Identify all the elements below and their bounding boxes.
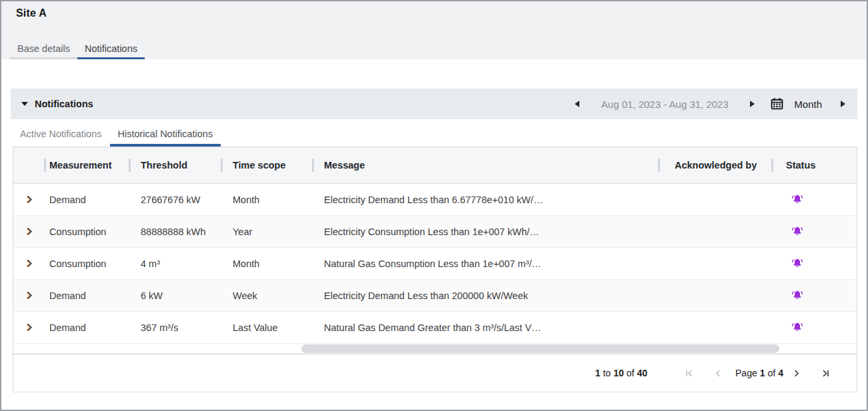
date-prev-button[interactable] [572, 98, 582, 110]
first-page-icon [685, 369, 694, 378]
header-measurement: Measurement [44, 147, 129, 183]
notifications-tab-bar: Active Notifications Historical Notifica… [11, 119, 857, 147]
last-page-icon [821, 369, 830, 378]
header-label: Time scope [233, 160, 286, 171]
table-row: Consumption88888888 kWhYearElectricity C… [13, 216, 857, 248]
time-scope-cell: Last Value [221, 322, 312, 333]
chevron-right-icon [24, 258, 34, 268]
table-row: Demand367 m³/sLast ValueNatural Gas Dema… [13, 312, 857, 344]
status-cell [771, 322, 857, 333]
date-range-label: Aug 01, 2023 - Aug 31, 2023 [593, 99, 736, 110]
page-total: 4 [778, 368, 783, 378]
period-selector[interactable]: Month [794, 99, 822, 110]
column-separator [221, 159, 223, 172]
header-status: Status [771, 147, 857, 183]
tab-historical-notifications[interactable]: Historical Notifications [110, 123, 221, 147]
ringing-bell-icon [791, 226, 803, 237]
row-expand-button[interactable] [23, 289, 35, 302]
row-expand-button[interactable] [23, 321, 35, 334]
page-current: 1 [760, 368, 765, 378]
table-row: Demand6 kWWeekElectricity Demand Less th… [13, 280, 857, 312]
threshold-cell: 88888888 kWh [129, 226, 221, 237]
header-label: Message [324, 160, 365, 171]
range-of-word: of [627, 368, 635, 378]
threshold-cell: 27667676 kW [129, 195, 221, 205]
measurement-cell: Demand [44, 322, 129, 333]
tab-base-details[interactable]: Base details [10, 38, 77, 59]
panel-title: Notifications [35, 99, 93, 109]
column-separator [129, 159, 131, 172]
ringing-bell-icon [791, 258, 803, 269]
calendar-icon [771, 98, 783, 110]
header-expand-column [13, 147, 44, 183]
page-of-word: of [768, 368, 776, 378]
tab-notifications[interactable]: Notifications [77, 38, 145, 59]
header-label: Acknowledged by [675, 160, 757, 171]
threshold-cell: 4 m³ [129, 258, 221, 269]
header-message: Message [312, 147, 658, 183]
status-cell [771, 195, 857, 205]
previous-page-button[interactable] [711, 366, 725, 380]
table-row: Demand27667676 kWMonthElectricity Demand… [13, 184, 857, 216]
time-scope-cell: Year [221, 226, 312, 237]
triangle-right-icon [841, 101, 845, 107]
date-range-controls: Aug 01, 2023 - Aug 31, 2023 M [572, 98, 848, 110]
notifications-table: Measurement Threshold Time scope Message… [13, 147, 857, 392]
triangle-left-icon [575, 101, 579, 107]
measurement-cell: Demand [44, 195, 129, 205]
ringing-bell-icon [791, 290, 803, 301]
last-page-button[interactable] [818, 366, 833, 380]
column-separator [771, 159, 773, 172]
message-cell: Natural Gas Demand Greater than 3 m³/s/L… [312, 322, 658, 333]
table-header-row: Measurement Threshold Time scope Message… [13, 147, 857, 184]
time-scope-cell: Month [221, 258, 312, 269]
chevron-right-icon [24, 195, 34, 205]
status-cell [771, 290, 857, 301]
top-tab-bar: Base details Notifications [1, 38, 867, 59]
expand-cell [13, 321, 44, 334]
range-total: 40 [637, 368, 647, 378]
threshold-cell: 6 kW [129, 290, 221, 301]
column-separator [658, 159, 660, 172]
column-separator [312, 159, 314, 172]
header-label: Status [786, 160, 815, 171]
row-expand-button[interactable] [23, 193, 35, 206]
header-threshold: Threshold [129, 147, 221, 183]
row-expand-button[interactable] [23, 257, 35, 270]
tab-active-notifications[interactable]: Active Notifications [12, 123, 110, 147]
header-label: Threshold [141, 160, 187, 171]
range-to-word: to [603, 368, 611, 378]
expand-cell [13, 225, 44, 238]
message-cell: Electricity Consumption Less than 1e+007… [312, 226, 658, 237]
time-scope-cell: Week [221, 290, 312, 301]
next-page-button[interactable] [790, 366, 803, 380]
chevron-right-icon [24, 290, 34, 300]
header-time-scope: Time scope [221, 147, 312, 183]
ringing-bell-icon [791, 195, 803, 205]
time-scope-cell: Month [221, 195, 312, 205]
panel-collapse-button[interactable] [21, 102, 28, 106]
chevron-right-icon [24, 226, 34, 236]
notifications-panel-header: Notifications Aug 01, 2023 - Aug 31, 202… [11, 89, 857, 119]
period-next-button[interactable] [838, 98, 848, 110]
pagination-page-label: Page1of4 [735, 368, 783, 378]
header-label: Measurement [49, 160, 111, 171]
row-expand-button[interactable] [23, 225, 35, 238]
expand-cell [13, 193, 44, 206]
ringing-bell-icon [791, 322, 803, 333]
first-page-button[interactable] [682, 366, 697, 380]
column-separator [44, 159, 46, 172]
calendar-picker-button[interactable] [771, 98, 783, 110]
notifications-panel: Notifications Aug 01, 2023 - Aug 31, 202… [11, 89, 857, 392]
scrollbar-thumb[interactable] [301, 344, 779, 353]
date-next-button[interactable] [747, 98, 757, 110]
status-cell [771, 226, 857, 237]
measurement-cell: Consumption [44, 258, 129, 269]
status-cell [771, 258, 857, 269]
page-header: Site A Base details Notifications [1, 1, 867, 59]
expand-cell [13, 289, 44, 302]
message-cell: Electricity Demand Less than 200000 kW/W… [312, 290, 658, 301]
pagination-bar: 1to10of40 Page1of4 [13, 354, 857, 392]
range-end: 10 [613, 368, 624, 378]
header-acknowledged-by: Acknowledged by [658, 147, 771, 183]
